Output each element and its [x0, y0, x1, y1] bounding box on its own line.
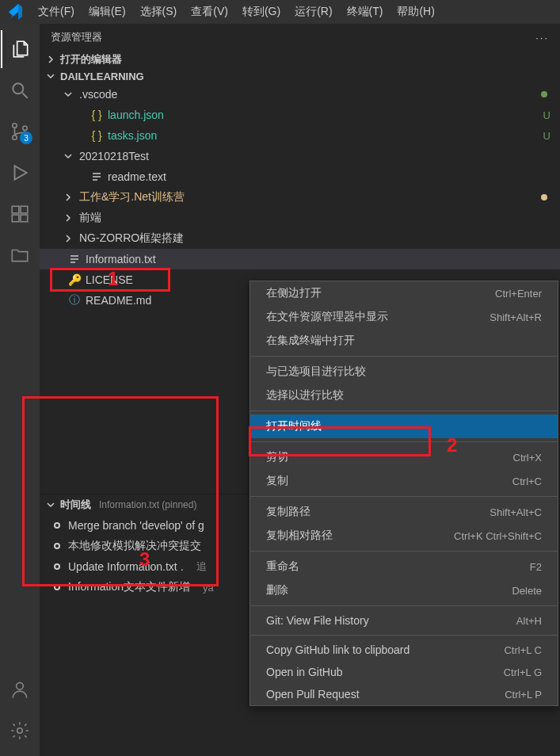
context-menu-separator	[250, 635, 558, 636]
tree-item-label: 20210218Test	[79, 150, 149, 162]
activity-bar: 3	[0, 24, 40, 756]
context-menu-separator	[250, 356, 558, 357]
context-menu-item[interactable]: 复制相对路径Ctrl+K Ctrl+Shift+C	[250, 524, 558, 548]
spacer	[73, 129, 86, 142]
activity-extensions[interactable]	[1, 195, 39, 233]
context-menu-label: Open Pull Request	[266, 688, 505, 701]
context-menu-item[interactable]: Copy GitHub link to clipboardCtrl+L C	[250, 639, 558, 661]
json-icon: { }	[90, 129, 103, 142]
timeline-item-label: Update Information.txt .	[68, 560, 184, 573]
tree-item--vscode[interactable]: .vscode	[40, 84, 560, 105]
tree-item-tasks-json[interactable]: { }tasks.jsonU	[40, 125, 560, 146]
tree-item-20210218test[interactable]: 20210218Test	[40, 146, 560, 166]
search-icon	[10, 80, 30, 101]
svg-point-9	[17, 682, 24, 689]
chevron-right-icon	[62, 212, 74, 224]
sidebar-header: 资源管理器 ···	[40, 24, 560, 51]
extensions-icon	[10, 204, 30, 224]
git-status-dot	[541, 194, 547, 200]
menu-view[interactable]: 查看(V)	[185, 2, 234, 22]
more-icon[interactable]: ···	[535, 32, 549, 44]
tree-item-label: 工作&学习.Net训练营	[79, 190, 185, 204]
activity-scm[interactable]: 3	[1, 113, 39, 151]
chevron-down-icon	[44, 70, 57, 82]
info-icon: ⓘ	[68, 294, 81, 307]
chevron-right-icon	[62, 191, 74, 204]
context-menu-item[interactable]: Git: View File HistoryAlt+H	[250, 609, 558, 632]
chevron-right-icon	[44, 53, 57, 66]
spacer	[73, 170, 86, 183]
gear-icon	[10, 720, 30, 741]
tree-item-ng-zorro----[interactable]: NG-ZORRO框架搭建	[40, 228, 560, 249]
timeline-item-meta: ya	[203, 582, 214, 594]
context-menu-label: 删除	[266, 583, 512, 598]
file-tree: .vscode{ }launch.jsonU{ }tasks.jsonU2021…	[40, 84, 560, 311]
tree-item-label: .vscode	[79, 88, 117, 101]
tree-item-launch-json[interactable]: { }launch.jsonU	[40, 105, 560, 125]
activity-account[interactable]	[1, 670, 39, 708]
tree-item-label: launch.json	[108, 109, 164, 121]
menu-select[interactable]: 选择(S)	[134, 2, 184, 22]
commit-dot-icon	[54, 522, 60, 529]
menu-edit[interactable]: 编辑(E)	[82, 2, 132, 22]
files-icon	[10, 39, 31, 59]
activity-settings[interactable]	[1, 712, 39, 750]
context-menu-item[interactable]: Open in GitHubCtrl+L G	[250, 661, 558, 683]
sidebar-title: 资源管理器	[51, 30, 102, 44]
context-menu-shortcut: Ctrl+C	[512, 475, 542, 487]
commit-dot-icon	[54, 584, 60, 590]
context-menu-separator	[250, 441, 558, 442]
tree-item-information-txt[interactable]: Information.txt	[40, 249, 560, 269]
activity-search[interactable]	[1, 71, 39, 109]
menu-file[interactable]: 文件(F)	[32, 2, 81, 22]
section-project[interactable]: DAILYLEARNING	[40, 68, 560, 84]
commit-dot-icon	[54, 563, 60, 570]
tree-item---[interactable]: 前端	[40, 208, 560, 228]
activity-explorer[interactable]	[1, 30, 39, 68]
chevron-down-icon	[62, 88, 74, 101]
menu-run[interactable]: 运行(R)	[288, 2, 338, 22]
context-menu-item[interactable]: 在集成终端中打开	[250, 329, 558, 353]
context-menu-label: 选择以进行比较	[266, 388, 542, 403]
section-open-editors[interactable]: 打开的编辑器	[40, 51, 560, 68]
svg-rect-6	[12, 215, 19, 222]
commit-dot-icon	[54, 543, 60, 549]
context-menu-label: Open in GitHub	[266, 666, 504, 678]
context-menu-shortcut: Delete	[512, 585, 542, 597]
context-menu-item[interactable]: 剪切Ctrl+X	[250, 445, 558, 469]
text-file-icon	[68, 253, 81, 265]
activity-folder[interactable]	[1, 236, 39, 274]
context-menu-label: 在侧边打开	[266, 286, 495, 300]
chevron-down-icon	[62, 150, 74, 162]
context-menu-item[interactable]: 与已选项目进行比较	[250, 360, 558, 384]
context-menu-shortcut: Ctrl+L P	[505, 689, 542, 701]
context-menu-item[interactable]: 复制Ctrl+C	[250, 469, 558, 493]
context-menu-item[interactable]: 复制路径Shift+Alt+C	[250, 500, 558, 524]
license-icon: 🔑	[68, 273, 81, 286]
chevron-down-icon	[44, 498, 57, 511]
menu-help[interactable]: 帮助(H)	[390, 2, 440, 22]
menu-terminal[interactable]: 终端(T)	[341, 2, 390, 22]
activity-run[interactable]	[1, 154, 39, 192]
context-menu-item[interactable]: Open Pull RequestCtrl+L P	[250, 683, 558, 705]
context-menu-label: 剪切	[266, 450, 513, 464]
context-menu-item[interactable]: 在侧边打开Ctrl+Enter	[250, 281, 558, 305]
context-menu-item[interactable]: 选择以进行比较	[250, 384, 558, 407]
tree-item-------net---[interactable]: 工作&学习.Net训练营	[40, 187, 560, 208]
git-status-untracked: U	[543, 109, 550, 121]
context-menu-item[interactable]: 重命名F2	[250, 555, 558, 578]
context-menu-item[interactable]: 删除Delete	[250, 578, 558, 602]
context-menu-separator	[250, 605, 558, 606]
context-menu-item[interactable]: 打开时间线	[250, 414, 558, 438]
play-icon	[10, 162, 30, 183]
spacer	[51, 273, 63, 286]
tree-item-label: README.md	[86, 294, 151, 307]
spacer	[51, 253, 63, 265]
text-file-icon	[90, 170, 103, 183]
svg-point-4	[23, 126, 27, 130]
context-menu-label: 在文件资源管理器中显示	[266, 310, 490, 324]
context-menu-shortcut: Ctrl+L C	[504, 644, 542, 656]
context-menu-item[interactable]: 在文件资源管理器中显示Shift+Alt+R	[250, 305, 558, 329]
menu-goto[interactable]: 转到(G)	[236, 2, 287, 22]
tree-item-readme-text[interactable]: readme.text	[40, 166, 560, 187]
